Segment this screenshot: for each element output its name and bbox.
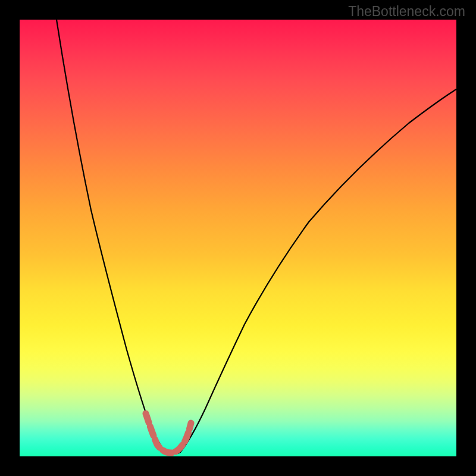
bottleneck-curve [57, 20, 456, 454]
plot-area [20, 20, 456, 456]
watermark-text: TheBottleneck.com [348, 4, 465, 20]
chart-frame: TheBottleneck.com [0, 0, 476, 476]
curve-layer [20, 20, 456, 456]
highlight-band [146, 414, 191, 453]
